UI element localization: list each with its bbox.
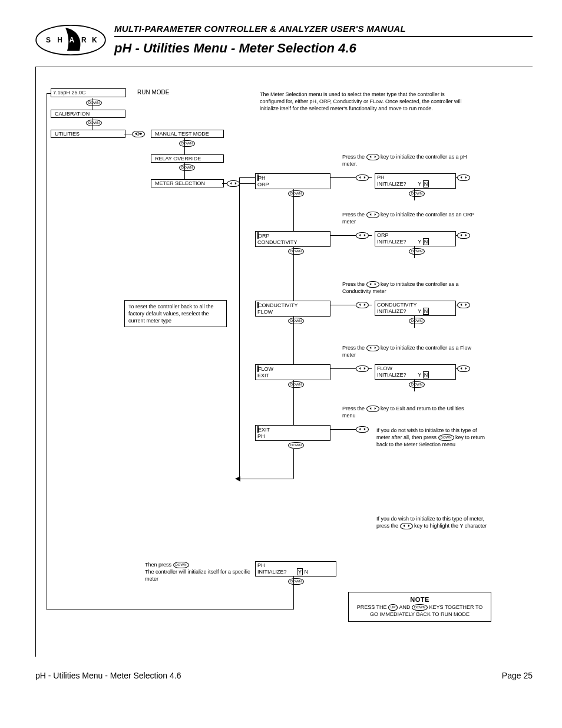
lcd-orp: ORPCONDUCTIVITY bbox=[255, 231, 330, 247]
down-key-icon: DOWN bbox=[438, 434, 454, 441]
down-key-icon: DOWN bbox=[179, 140, 195, 147]
down-key-icon: DOWN bbox=[288, 578, 304, 585]
svg-marker-17 bbox=[369, 283, 371, 285]
enter-key-icon bbox=[366, 345, 379, 351]
connector bbox=[47, 610, 293, 610]
svg-marker-22 bbox=[465, 304, 467, 306]
svg-marker-25 bbox=[359, 367, 361, 370]
connector bbox=[414, 380, 415, 391]
page-footer: pH - Utilities Menu - Meter Selection 4.… bbox=[35, 671, 533, 680]
svg-marker-21 bbox=[460, 304, 462, 306]
lcd-final: PHINITIALIZE? Y N bbox=[255, 561, 336, 577]
shark-logo: S H A R K bbox=[35, 24, 106, 56]
down-key-icon: DOWN bbox=[288, 442, 304, 449]
connector bbox=[47, 93, 51, 94]
enter-key-icon bbox=[356, 365, 369, 372]
logo-letter: R bbox=[81, 36, 87, 44]
down-key-icon: DOWN bbox=[409, 381, 425, 388]
svg-marker-27 bbox=[460, 367, 462, 370]
svg-marker-35 bbox=[408, 525, 409, 527]
connector bbox=[414, 189, 415, 200]
svg-marker-29 bbox=[369, 407, 371, 410]
enter-key-icon bbox=[227, 180, 240, 187]
intro-paragraph: The Meter Selection menu is used to sele… bbox=[260, 91, 466, 112]
arrow-icon bbox=[235, 476, 241, 482]
svg-marker-30 bbox=[374, 407, 376, 410]
svg-marker-4 bbox=[235, 182, 237, 185]
connector bbox=[414, 316, 415, 328]
page-title: pH - Utilities Menu - Meter Selection 4.… bbox=[114, 41, 533, 56]
init-line: INITIALIZE? Y N bbox=[257, 568, 308, 575]
enter-key-icon bbox=[356, 426, 369, 433]
press-orp-para: Press the key to initialize the controll… bbox=[342, 211, 478, 225]
connector bbox=[92, 118, 92, 130]
page-header: S H A R K MULTI-PARAMETER CONTROLLER & A… bbox=[35, 24, 533, 56]
init-line: INITIALIZE? Y N bbox=[377, 308, 429, 315]
svg-marker-1 bbox=[135, 133, 137, 135]
lcd-exit: EXITPH bbox=[255, 425, 330, 441]
utilities-box: UTILITIES bbox=[51, 130, 125, 138]
enter-key-icon bbox=[356, 232, 369, 239]
enter-key-icon bbox=[457, 232, 470, 239]
svg-marker-6 bbox=[374, 156, 376, 158]
enter-key-icon bbox=[457, 174, 470, 181]
yes-init-para: If you do wish to initialize to this typ… bbox=[376, 515, 488, 529]
connector bbox=[92, 98, 92, 110]
run-mode-label: RUN MODE bbox=[137, 89, 169, 95]
note-title: NOTE bbox=[353, 596, 486, 604]
connector bbox=[184, 138, 185, 154]
footer-right: Page 25 bbox=[502, 671, 533, 680]
svg-marker-14 bbox=[364, 234, 366, 236]
no-init-para: If you do not wish to initialize to this… bbox=[376, 427, 488, 448]
enter-key-icon bbox=[366, 154, 379, 160]
svg-marker-31 bbox=[359, 428, 361, 430]
connector bbox=[293, 316, 294, 364]
connector bbox=[293, 380, 294, 425]
enter-key-icon bbox=[132, 130, 145, 137]
down-key-icon: DOWN bbox=[412, 604, 428, 611]
lcd-cond: CONDUCTIVITYFLOW bbox=[255, 301, 330, 317]
relay-override-box: RELAY OVERRIDE bbox=[151, 154, 224, 163]
svg-marker-18 bbox=[374, 283, 376, 285]
press-cond-para: Press the key to initialize the controll… bbox=[342, 281, 484, 295]
down-key-icon: DOWN bbox=[179, 164, 195, 171]
svg-marker-10 bbox=[465, 176, 467, 179]
svg-marker-7 bbox=[359, 176, 361, 179]
svg-marker-16 bbox=[465, 234, 467, 236]
enter-key-icon bbox=[366, 212, 379, 218]
reset-tip-box: To reset the controller back to all the … bbox=[124, 300, 227, 327]
down-key-icon: DOWN bbox=[86, 119, 102, 126]
lcd-orp-init: ORPINITIALIZE? Y N bbox=[375, 231, 456, 246]
svg-marker-3 bbox=[230, 182, 232, 185]
down-key-icon: DOWN bbox=[86, 99, 102, 106]
press-ph-para: Press the key to initialize the controll… bbox=[342, 153, 478, 167]
svg-marker-12 bbox=[374, 213, 376, 216]
svg-marker-19 bbox=[359, 304, 361, 306]
enter-key-icon bbox=[356, 301, 369, 308]
init-line: INITIALIZE? Y N bbox=[377, 371, 429, 378]
enter-key-icon bbox=[400, 523, 413, 529]
svg-marker-28 bbox=[465, 367, 467, 370]
logo-letter: K bbox=[92, 36, 97, 44]
connector bbox=[414, 246, 415, 258]
connector bbox=[47, 93, 47, 610]
lcd-flow: FLOWEXIT bbox=[255, 364, 330, 380]
meter-selection-box: METER SELECTION bbox=[151, 179, 224, 187]
down-key-icon: DOWN bbox=[288, 190, 304, 197]
down-key-icon: DOWN bbox=[288, 381, 304, 388]
flow-diagram: The Meter Selection menu is used to sele… bbox=[35, 67, 533, 657]
logo-letter: S bbox=[46, 36, 51, 44]
note-body: PRESS THE UP AND DOWN KEYS TOGETHER TO G… bbox=[353, 604, 486, 618]
manual-title: MULTI-PARAMETER CONTROLLER & ANALYZER US… bbox=[114, 24, 533, 34]
svg-marker-9 bbox=[460, 176, 462, 179]
logo-letter: H bbox=[57, 36, 62, 44]
connector bbox=[293, 246, 294, 301]
svg-marker-20 bbox=[364, 304, 366, 306]
enter-key-icon bbox=[457, 301, 470, 308]
down-key-icon: DOWN bbox=[409, 248, 425, 255]
svg-marker-5 bbox=[369, 156, 371, 158]
init-line: INITIALIZE? Y N bbox=[377, 238, 429, 245]
lcd-cond-init: CONDUCTIVITYINITIALIZE? Y N bbox=[375, 301, 456, 316]
lcd-ph: PHORP bbox=[255, 173, 330, 189]
svg-marker-34 bbox=[403, 525, 405, 527]
